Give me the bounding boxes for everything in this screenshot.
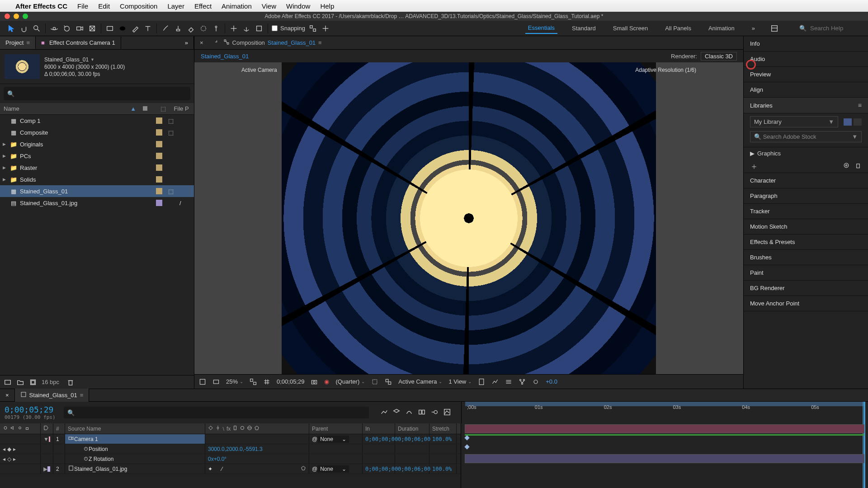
world-axis-icon[interactable] [241,23,251,33]
timeline-search[interactable]: 🔍 [64,407,369,418]
keyframe-marker[interactable] [464,444,469,449]
comp-name[interactable]: Stained_Glass_01 [44,56,89,63]
panel-bg-renderer[interactable]: BG Renderer [744,281,868,296]
pan-behind-tool-icon[interactable] [87,23,97,33]
layer-duration[interactable]: 0;00;06;00 [395,464,429,474]
layer-duration[interactable]: 0;00;06;00 [395,434,429,444]
motion-blur-icon[interactable] [430,408,439,418]
menu-file[interactable]: File [77,2,88,10]
exposure-value[interactable]: +0.0 [546,378,557,385]
project-item[interactable]: ▤Stained_Glass_01.jpg/ [0,197,194,209]
snap-collapse-icon[interactable] [321,23,330,33]
rotation-tool-icon[interactable] [62,23,72,33]
menu-view[interactable]: View [262,2,276,10]
comp-name-dropdown-icon[interactable]: ▼ [90,57,94,62]
comp-breadcrumb[interactable]: Stained_Glass_01 [201,53,249,60]
eraser-tool-icon[interactable] [186,23,196,33]
panel-preview[interactable]: Preview [744,67,868,82]
traffic-lights[interactable] [5,14,28,19]
panel-character[interactable]: Character [744,173,868,188]
workspace-all-panels[interactable]: All Panels [662,23,694,33]
add-keyframe-icon[interactable]: ◆ [7,446,11,452]
project-item[interactable]: ▶📁Solids [0,174,194,185]
minimize-window-icon[interactable] [14,14,19,19]
project-bpc[interactable]: 16 bpc [42,379,59,385]
app-name[interactable]: After Effects CC [15,2,67,10]
comp-flowchart-icon[interactable] [519,378,526,385]
item-label-swatch[interactable] [156,188,162,194]
roto-brush-icon[interactable] [198,23,208,33]
panel-menu-icon[interactable]: ≡ [858,102,862,109]
reset-exposure-icon[interactable] [532,378,539,385]
panel-brushes[interactable]: Brushes [744,250,868,265]
rectangle-tool-icon[interactable] [105,23,115,33]
library-add-icon[interactable]: ＋ [750,161,758,172]
add-keyframe-icon[interactable]: ◇ [7,456,11,462]
panel-overflow[interactable]: » [179,37,194,49]
stopwatch-icon[interactable] [83,455,89,462]
project-item[interactable]: ▶📁Raster [0,162,194,174]
item-label-swatch[interactable] [156,117,162,124]
orbit-camera-icon[interactable] [49,23,59,33]
3d-layer-icon[interactable] [301,465,306,472]
project-search[interactable]: 🔍 [4,87,190,100]
project-item[interactable]: ▶📁Originals [0,138,194,150]
renderer-select[interactable]: Renderer:Classic 3D [671,53,737,60]
timeline-columns-header[interactable]: # Source Name ⧵fx Parent In Duration Str… [0,423,461,434]
project-columns-header[interactable]: Name▲ ⬚ File P [0,103,194,115]
local-axis-icon[interactable] [229,23,239,33]
pen-tool-icon[interactable] [130,23,140,33]
shy-toggle-icon[interactable] [405,408,413,418]
ellipse-tool-icon[interactable] [118,23,127,33]
item-label-swatch[interactable] [156,129,162,136]
mask-vis-icon[interactable] [212,378,220,385]
comp-panel-close[interactable]: × [194,37,209,49]
zoom-select[interactable]: 25% [226,378,243,385]
viewer-timecode[interactable]: 0;00;05;29 [277,378,304,385]
comp-panel-tab[interactable]: Composition Stained_Glass_01 ≡ [209,36,327,49]
help-search-input[interactable] [810,25,864,32]
snapping-checkbox[interactable] [272,25,278,31]
property-row-zrotation[interactable]: ◂◇▸ Z Rotation 0x+0.0° [0,454,461,464]
workspace-animation[interactable]: Animation [706,23,737,33]
layer-row-image[interactable]: ▶ 2 Stained_Glass_01.jpg ✦∕ @ None⌄ 0;00… [0,464,461,474]
item-label-swatch[interactable] [156,164,162,171]
graph-editor-icon[interactable] [443,408,451,418]
project-item[interactable]: ▦Comp 1⬚ [0,115,194,127]
workspace-overflow-icon[interactable]: » [749,23,758,33]
hand-tool-icon[interactable] [19,23,29,33]
menu-composition[interactable]: Composition [120,2,157,10]
layer-in-point[interactable]: 0;00;00;00 [363,464,395,474]
libraries-graphics-group[interactable]: ▶Graphics [744,147,868,160]
panel-paragraph[interactable]: Paragraph [744,188,868,204]
snapping-toggle[interactable]: Snapping [272,23,330,33]
layer-in-point[interactable]: 0;00;00;00 [363,434,395,444]
next-keyframe-icon[interactable]: ▸ [13,446,16,452]
parent-pickwhip-icon[interactable]: @ [312,436,317,442]
draft-3d-icon[interactable] [392,408,401,418]
project-item[interactable]: ▦Stained_Glass_01⬚ [0,185,194,197]
item-label-swatch[interactable] [156,141,162,147]
pixel-aspect-icon[interactable] [478,378,485,385]
prev-keyframe-icon[interactable]: ◂ [3,446,5,452]
position-value[interactable]: 3000.0,2000.0,-5591.3 [205,444,309,454]
menu-animation[interactable]: Animation [222,2,252,10]
reset-workspace-icon[interactable] [769,23,779,33]
item-label-swatch[interactable] [156,153,162,159]
next-keyframe-icon[interactable]: ▸ [13,456,16,462]
layer-label-swatch[interactable] [49,436,50,442]
layer-label-swatch[interactable] [47,466,50,472]
panel-tracker[interactable]: Tracker [744,204,868,219]
menu-edit[interactable]: Edit [98,2,110,10]
library-delete-icon[interactable] [854,162,862,170]
stock-dropdown-icon[interactable]: ▼ [852,133,858,140]
flowchart-icon[interactable] [223,39,230,47]
grid-toggle-icon[interactable] [263,378,270,385]
workspace-small-screen[interactable]: Small Screen [610,23,651,33]
transparency-grid-icon[interactable] [385,378,392,385]
clone-stamp-icon[interactable] [173,23,183,33]
panel-info[interactable]: Info [744,36,868,52]
panel-motion-sketch[interactable]: Motion Sketch [744,219,868,235]
library-select[interactable]: My Library▼ [750,116,838,127]
mac-menubar[interactable]: After Effects CC File Edit Composition L… [0,0,868,12]
